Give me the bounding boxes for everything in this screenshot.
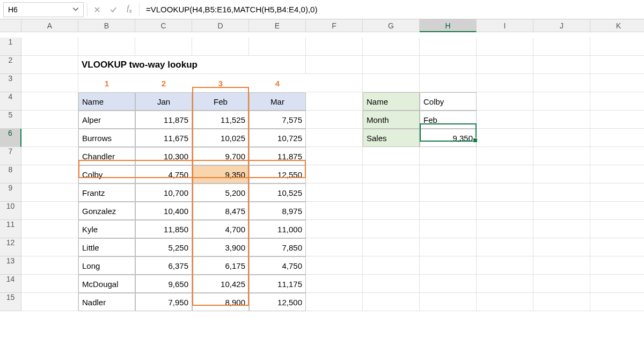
cell[interactable] <box>306 74 363 92</box>
cell[interactable] <box>590 56 644 74</box>
table-header[interactable]: Name <box>78 92 135 111</box>
table-header[interactable]: Jan <box>135 92 192 111</box>
cell[interactable] <box>306 38 363 56</box>
sheet-title[interactable]: VLOOKUP two-way lookup <box>78 56 306 74</box>
cell[interactable] <box>533 220 590 238</box>
table-cell[interactable]: Chandler <box>78 147 135 165</box>
cell[interactable] <box>306 256 363 275</box>
cell[interactable] <box>420 38 477 56</box>
row-header[interactable]: 13 <box>0 256 21 275</box>
cell[interactable] <box>21 74 78 92</box>
col-header[interactable]: F <box>306 19 363 32</box>
cell[interactable] <box>420 56 477 74</box>
cell[interactable] <box>363 165 420 183</box>
cell[interactable] <box>477 147 533 165</box>
cell[interactable] <box>21 256 78 275</box>
lookup-value[interactable]: Colby <box>420 92 477 111</box>
cell[interactable] <box>306 293 363 311</box>
select-all-corner[interactable] <box>0 19 21 32</box>
table-cell[interactable]: Nadler <box>78 293 135 311</box>
cell[interactable] <box>590 38 644 56</box>
table-cell[interactable]: Frantz <box>78 183 135 202</box>
col-header[interactable]: D <box>192 19 249 32</box>
cell[interactable] <box>533 147 590 165</box>
cell[interactable] <box>363 56 420 74</box>
cell[interactable] <box>533 92 590 111</box>
table-cell[interactable]: 4,750 <box>135 165 192 183</box>
col-header[interactable]: J <box>533 19 590 32</box>
cell[interactable] <box>477 220 533 238</box>
cell[interactable] <box>590 111 644 129</box>
row-header[interactable]: 9 <box>0 183 21 202</box>
cell[interactable] <box>590 256 644 275</box>
table-cell[interactable]: Alper <box>78 111 135 129</box>
cell[interactable] <box>21 165 78 183</box>
cancel-icon[interactable] <box>91 3 104 16</box>
cell[interactable] <box>590 129 644 147</box>
check-icon[interactable] <box>107 3 120 16</box>
cell[interactable] <box>135 38 192 56</box>
cell[interactable] <box>533 238 590 256</box>
table-cell[interactable]: Long <box>78 256 135 275</box>
cell[interactable] <box>306 92 363 111</box>
table-cell[interactable]: 10,400 <box>135 202 192 220</box>
table-cell[interactable]: 12,500 <box>249 293 306 311</box>
fx-button[interactable]: fx <box>123 3 136 16</box>
cell[interactable] <box>363 220 420 238</box>
col-header[interactable]: H <box>420 19 477 32</box>
table-cell[interactable]: 8,900 <box>192 293 249 311</box>
cell[interactable] <box>306 165 363 183</box>
row-header[interactable]: 5 <box>0 111 21 129</box>
cell[interactable] <box>21 38 78 56</box>
row-header[interactable]: 10 <box>0 202 21 220</box>
table-cell[interactable]: 9,350 <box>192 165 249 183</box>
table-header[interactable]: Feb <box>192 92 249 111</box>
cell[interactable] <box>477 202 533 220</box>
cell[interactable] <box>306 238 363 256</box>
cell[interactable] <box>533 111 590 129</box>
cell[interactable] <box>420 202 477 220</box>
cell[interactable] <box>533 293 590 311</box>
table-cell[interactable]: 5,200 <box>192 183 249 202</box>
cell[interactable] <box>306 275 363 293</box>
table-cell[interactable]: 11,675 <box>135 129 192 147</box>
cell[interactable] <box>590 238 644 256</box>
col-header[interactable]: G <box>363 19 420 32</box>
cell[interactable] <box>363 38 420 56</box>
formula-input[interactable]: =VLOOKUP(H4,B5:E16,MATCH(H5,B4:E4,0),0) <box>143 5 317 14</box>
table-header[interactable]: Mar <box>249 92 306 111</box>
cell[interactable] <box>363 202 420 220</box>
cell[interactable] <box>21 275 78 293</box>
cell[interactable] <box>477 238 533 256</box>
cell[interactable] <box>477 111 533 129</box>
table-cell[interactable]: 4,700 <box>192 220 249 238</box>
table-cell[interactable]: 10,525 <box>249 183 306 202</box>
col-header[interactable]: K <box>590 19 644 32</box>
cell[interactable] <box>590 147 644 165</box>
cell[interactable] <box>363 256 420 275</box>
cell[interactable] <box>590 183 644 202</box>
lookup-result[interactable]: 9,350 <box>420 129 477 147</box>
table-cell[interactable]: 12,550 <box>249 165 306 183</box>
cell[interactable] <box>420 256 477 275</box>
table-cell[interactable]: 11,175 <box>249 275 306 293</box>
cell[interactable] <box>533 38 590 56</box>
cell[interactable] <box>477 165 533 183</box>
table-cell[interactable]: 10,025 <box>192 129 249 147</box>
cell[interactable] <box>363 147 420 165</box>
cell[interactable] <box>21 147 78 165</box>
row-header[interactable]: 8 <box>0 165 21 183</box>
cell[interactable] <box>533 129 590 147</box>
table-cell[interactable]: 4,750 <box>249 256 306 275</box>
row-header[interactable]: 14 <box>0 275 21 293</box>
table-cell[interactable]: 11,850 <box>135 220 192 238</box>
table-cell[interactable]: 7,575 <box>249 111 306 129</box>
cell[interactable] <box>306 56 363 74</box>
table-cell[interactable]: Burrows <box>78 129 135 147</box>
cell[interactable] <box>477 38 533 56</box>
row-header[interactable]: 7 <box>0 147 21 165</box>
lookup-value[interactable]: Feb <box>420 111 477 129</box>
row-header[interactable]: 2 <box>0 56 21 74</box>
table-cell[interactable]: 9,700 <box>192 147 249 165</box>
cell[interactable] <box>306 183 363 202</box>
